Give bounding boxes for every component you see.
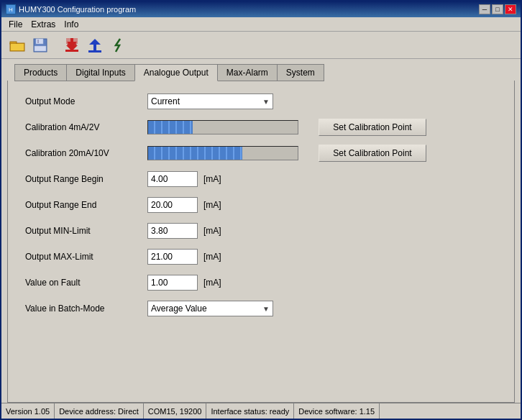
calib-20ma-row: Calibration 20mA/10V Set Calibration Poi… — [25, 144, 497, 163]
value-batch-mode-control: Average Value ▼ — [147, 301, 497, 316]
output-max-limit-input[interactable] — [147, 249, 198, 265]
calib-20ma-fill — [148, 147, 242, 160]
app-icon: H — [6, 4, 16, 14]
tab-digital-inputs[interactable]: Digital Inputs — [66, 64, 134, 81]
output-max-limit-unit: [mA] — [203, 252, 225, 262]
calib-20ma-control: Set Calibration Point — [147, 145, 497, 162]
menu-file[interactable]: File — [4, 19, 27, 29]
title-bar-left: H HUMY300 Configuration program — [6, 4, 136, 14]
connect-icon — [110, 37, 126, 53]
output-min-limit-unit: [mA] — [203, 226, 225, 236]
calib-20ma-label: Calibration 20mA/10V — [25, 148, 147, 158]
output-range-begin-label: Output Range Begin — [25, 174, 147, 184]
output-mode-row: Output Mode Current ▼ — [25, 92, 497, 111]
menu-extras[interactable]: Extras — [27, 19, 60, 29]
status-interface: Interface status: ready — [206, 403, 294, 419]
download-icon — [64, 37, 80, 53]
output-max-limit-row: Output MAX-Limit [mA] — [25, 247, 497, 266]
output-mode-value: Current — [151, 96, 180, 106]
tab-system[interactable]: System — [277, 64, 324, 81]
svg-rect-11 — [70, 38, 73, 45]
output-mode-label: Output Mode — [25, 96, 147, 106]
output-range-begin-unit: [mA] — [203, 174, 225, 184]
menu-info[interactable]: Info — [60, 19, 83, 29]
status-device-address: Device address: Direct — [55, 403, 144, 419]
calib-4ma-row: Calibration 4mA/2V Set Calibration Point — [25, 118, 497, 137]
svg-marker-15 — [89, 39, 101, 45]
value-batch-mode-label: Value in Batch-Mode — [25, 303, 147, 314]
close-button[interactable]: ✕ — [505, 4, 516, 14]
download-button[interactable] — [62, 36, 82, 55]
menu-bar: File Extras Info — [1, 17, 521, 32]
tab-products[interactable]: Products — [14, 64, 67, 81]
output-min-limit-row: Output MIN-Limit [mA] — [25, 222, 497, 240]
tab-max-alarm[interactable]: Max-Alarm — [217, 64, 278, 81]
tab-content-panel: Output Mode Current ▼ Calibration 4mA/2V — [7, 81, 515, 403]
svg-rect-14 — [93, 44, 96, 51]
svg-rect-1 — [10, 42, 17, 44]
output-max-limit-label: Output MAX-Limit — [25, 252, 147, 262]
calib-4ma-fill — [148, 121, 193, 134]
upload-button[interactable] — [85, 36, 105, 55]
output-range-begin-control: [mA] — [147, 171, 497, 187]
output-range-begin-input[interactable] — [147, 171, 198, 187]
open-button[interactable] — [7, 36, 27, 55]
tab-bar: Products Digital Inputs Analogue Output … — [7, 59, 515, 81]
value-batch-mode-dropdown[interactable]: Average Value ▼ — [147, 301, 273, 316]
output-range-end-label: Output Range End — [25, 200, 147, 210]
calib-4ma-label: Calibration 4mA/2V — [25, 122, 147, 132]
calib-4ma-control: Set Calibration Point — [147, 119, 497, 136]
main-window: H HUMY300 Configuration program ─ □ ✕ Fi… — [0, 0, 522, 420]
connect-button[interactable] — [108, 36, 128, 55]
output-range-end-control: [mA] — [147, 197, 497, 213]
status-device-software: Device software: 1.15 — [294, 403, 380, 419]
title-bar: H HUMY300 Configuration program ─ □ ✕ — [1, 1, 521, 17]
title-bar-controls: ─ □ ✕ — [479, 4, 516, 14]
calib-4ma-bar — [147, 120, 298, 134]
svg-rect-2 — [11, 44, 24, 50]
output-mode-dropdown[interactable]: Current ▼ — [147, 93, 273, 109]
value-on-fault-control: [mA] — [147, 275, 497, 291]
upload-icon — [87, 37, 103, 53]
status-com-port: COM15, 19200 — [144, 403, 207, 419]
svg-rect-6 — [35, 46, 46, 51]
svg-rect-13 — [65, 50, 78, 52]
maximize-button[interactable]: □ — [492, 4, 503, 14]
output-min-limit-label: Output MIN-Limit — [25, 226, 147, 236]
value-on-fault-unit: [mA] — [203, 278, 225, 288]
value-on-fault-input[interactable] — [147, 275, 198, 291]
value-on-fault-row: Value on Fault [mA] — [25, 273, 497, 292]
output-min-limit-input[interactable] — [147, 223, 198, 239]
toolbar — [1, 32, 521, 59]
open-folder-icon — [9, 39, 25, 52]
svg-rect-5 — [37, 40, 39, 43]
output-range-end-row: Output Range End [mA] — [25, 196, 497, 214]
svg-rect-4 — [36, 39, 43, 44]
output-range-end-input[interactable] — [147, 197, 198, 213]
value-batch-mode-value: Average Value — [151, 303, 207, 314]
value-on-fault-label: Value on Fault — [25, 278, 147, 288]
calib-20ma-button[interactable]: Set Calibration Point — [319, 145, 426, 162]
save-button[interactable] — [30, 36, 50, 55]
tab-analogue-output[interactable]: Analogue Output — [134, 64, 218, 81]
save-icon — [33, 38, 47, 52]
status-version: Version 1.05 — [1, 403, 55, 419]
content-area: Products Digital Inputs Analogue Output … — [1, 59, 521, 419]
output-min-limit-control: [mA] — [147, 223, 497, 239]
minimize-button[interactable]: ─ — [479, 4, 490, 14]
value-batch-mode-arrow: ▼ — [262, 305, 270, 313]
output-mode-arrow: ▼ — [262, 98, 270, 106]
output-mode-control: Current ▼ — [147, 93, 497, 109]
status-bar: Version 1.05 Device address: Direct COM1… — [1, 403, 521, 419]
calib-4ma-button[interactable]: Set Calibration Point — [319, 119, 426, 136]
output-max-limit-control: [mA] — [147, 249, 497, 265]
calib-20ma-bar — [147, 146, 298, 160]
value-batch-mode-row: Value in Batch-Mode Average Value ▼ — [25, 299, 497, 318]
output-range-begin-row: Output Range Begin [mA] — [25, 170, 497, 188]
output-range-end-unit: [mA] — [203, 200, 225, 210]
tab-panel: Products Digital Inputs Analogue Output … — [1, 59, 521, 403]
svg-rect-16 — [88, 50, 101, 52]
window-title: HUMY300 Configuration program — [19, 5, 136, 14]
